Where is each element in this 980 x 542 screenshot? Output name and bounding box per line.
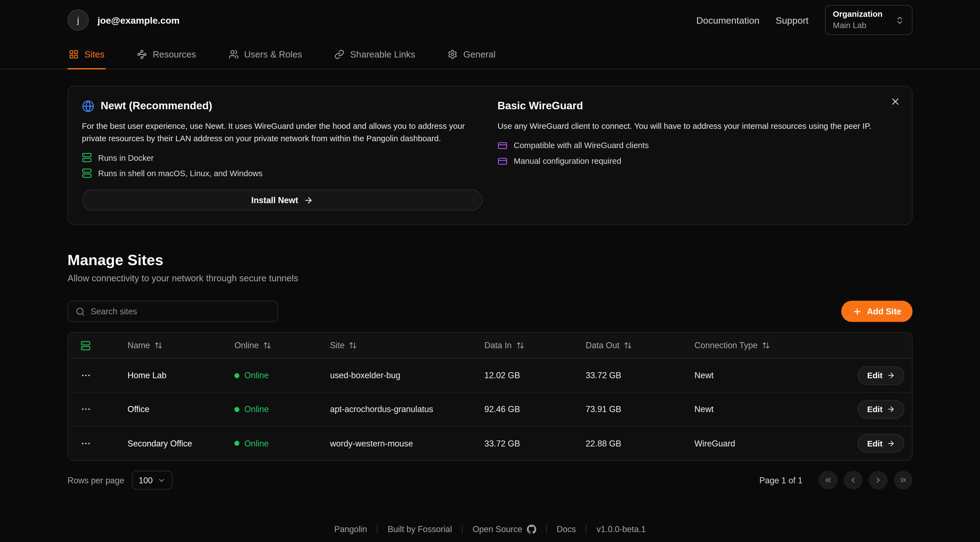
- card-icon: [498, 156, 508, 166]
- server-icon: [82, 168, 92, 178]
- chevron-down-icon: [158, 476, 166, 484]
- column-header-site[interactable]: Site: [330, 341, 484, 350]
- site-name: Secondary Office: [127, 438, 234, 448]
- status-badge: Online: [234, 438, 330, 448]
- documentation-link[interactable]: Documentation: [696, 14, 759, 26]
- arrow-right-icon: [887, 439, 895, 447]
- connection-type: Newt: [694, 371, 852, 380]
- rows-per-page-label: Rows per page: [67, 475, 124, 485]
- next-page-button[interactable]: [869, 471, 888, 489]
- tab-resources[interactable]: Resources: [136, 40, 197, 69]
- search-box: [67, 301, 278, 322]
- site-name: Home Lab: [127, 371, 234, 380]
- connection-type: WireGuard: [694, 438, 852, 448]
- newt-features: Runs in Docker Runs in shell on macOS, L…: [82, 153, 483, 178]
- column-header-connection-type[interactable]: Connection Type: [694, 341, 852, 350]
- sort-icon: [154, 341, 163, 349]
- primary-tabs: Sites Resources Users & Roles Shareable …: [0, 40, 980, 69]
- tab-label: Shareable Links: [350, 49, 415, 59]
- sort-icon: [762, 341, 770, 349]
- column-header-name[interactable]: Name: [127, 341, 234, 350]
- org-selector-label: Organization: [833, 10, 882, 19]
- feature-label: Runs in Docker: [98, 153, 154, 162]
- org-selector-value: Main Lab: [833, 21, 882, 30]
- tab-shareable-links[interactable]: Shareable Links: [333, 40, 416, 69]
- tab-users-roles[interactable]: Users & Roles: [228, 40, 303, 69]
- open-source-link[interactable]: Open Source: [473, 524, 536, 534]
- wireguard-description: Use any WireGuard client to connect. You…: [498, 120, 898, 132]
- table-row: Home Lab Online used-boxelder-bug 12.02 …: [68, 359, 912, 393]
- footer-divider: [546, 525, 547, 534]
- row-actions-icon[interactable]: [81, 438, 91, 449]
- column-header-data-in[interactable]: Data In: [484, 341, 585, 350]
- chevrons-up-down-icon: [895, 15, 904, 25]
- org-selector[interactable]: Organization Main Lab: [825, 5, 913, 35]
- last-page-button[interactable]: [894, 471, 913, 489]
- column-header-data-out[interactable]: Data Out: [585, 341, 694, 350]
- newt-title: Newt (Recommended): [101, 100, 212, 112]
- site-name: Office: [127, 404, 234, 414]
- status-dot: [234, 373, 239, 378]
- first-page-button[interactable]: [819, 471, 837, 489]
- globe-icon: [82, 100, 94, 112]
- data-in: 12.02 GB: [484, 371, 585, 380]
- rows-per-page-select[interactable]: 100: [132, 471, 173, 489]
- status-dot: [234, 441, 239, 446]
- add-site-label: Add Site: [867, 307, 901, 316]
- sort-icon: [624, 341, 632, 349]
- edit-label: Edit: [867, 371, 883, 380]
- feature-label: Compatible with all WireGuard clients: [514, 141, 649, 150]
- status-label: Online: [244, 371, 269, 380]
- page-subtitle: Allow connectivity to your network throu…: [67, 273, 913, 283]
- tab-label: Users & Roles: [244, 49, 302, 59]
- edit-button[interactable]: Edit: [858, 434, 904, 453]
- docs-link[interactable]: Docs: [557, 524, 576, 534]
- search-input[interactable]: [91, 307, 270, 316]
- connection-type: Newt: [694, 404, 852, 414]
- arrow-right-icon: [304, 195, 313, 205]
- column-label: Name: [127, 341, 150, 350]
- sites-table: Name Online Site Data In Data Out: [67, 332, 913, 461]
- sort-icon: [516, 341, 524, 349]
- column-header-online[interactable]: Online: [234, 341, 330, 350]
- column-label: Data In: [484, 341, 512, 350]
- edit-button[interactable]: Edit: [858, 400, 904, 418]
- add-site-button[interactable]: Add Site: [841, 301, 912, 322]
- avatar[interactable]: j: [67, 10, 89, 30]
- newt-column: Newt (Recommended) For the best user exp…: [82, 100, 483, 210]
- page-title: Manage Sites: [67, 251, 913, 269]
- previous-page-button[interactable]: [844, 471, 862, 489]
- tab-label: Resources: [153, 49, 196, 59]
- footer-divider: [462, 525, 463, 534]
- search-icon: [76, 307, 85, 316]
- data-in: 92.46 GB: [484, 404, 585, 414]
- wireguard-title-row: Basic WireGuard: [498, 100, 898, 112]
- status-badge: Online: [234, 371, 330, 380]
- column-label: Online: [234, 341, 259, 350]
- status-badge: Online: [234, 404, 330, 414]
- column-label: Connection Type: [694, 341, 757, 350]
- tab-sites[interactable]: Sites: [67, 40, 106, 69]
- user-menu[interactable]: j joe@example.com: [67, 10, 180, 30]
- data-out: 73.91 GB: [585, 404, 694, 414]
- page-info: Page 1 of 1: [759, 475, 802, 485]
- site-slug: used-boxelder-bug: [330, 371, 484, 380]
- feature-item: Manual configuration required: [498, 156, 898, 166]
- gear-icon: [448, 49, 458, 59]
- sort-icon: [263, 341, 271, 349]
- install-newt-button[interactable]: Install Newt: [82, 190, 483, 210]
- wireguard-title: Basic WireGuard: [498, 100, 583, 112]
- tab-general[interactable]: General: [446, 40, 497, 69]
- chevrons-left-icon: [824, 476, 832, 485]
- page-footer: Pangolin Built by Fossorial Open Source …: [67, 524, 913, 534]
- close-icon[interactable]: [890, 96, 901, 107]
- sites-toolbar: Add Site: [67, 301, 913, 322]
- row-actions-icon[interactable]: [81, 404, 91, 414]
- onboarding-card: Newt (Recommended) For the best user exp…: [67, 86, 913, 225]
- tab-label: Sites: [84, 49, 105, 59]
- row-actions-icon[interactable]: [81, 370, 91, 381]
- support-link[interactable]: Support: [776, 14, 808, 26]
- card-icon: [498, 140, 508, 150]
- chevron-right-icon: [874, 476, 883, 485]
- edit-button[interactable]: Edit: [858, 366, 904, 385]
